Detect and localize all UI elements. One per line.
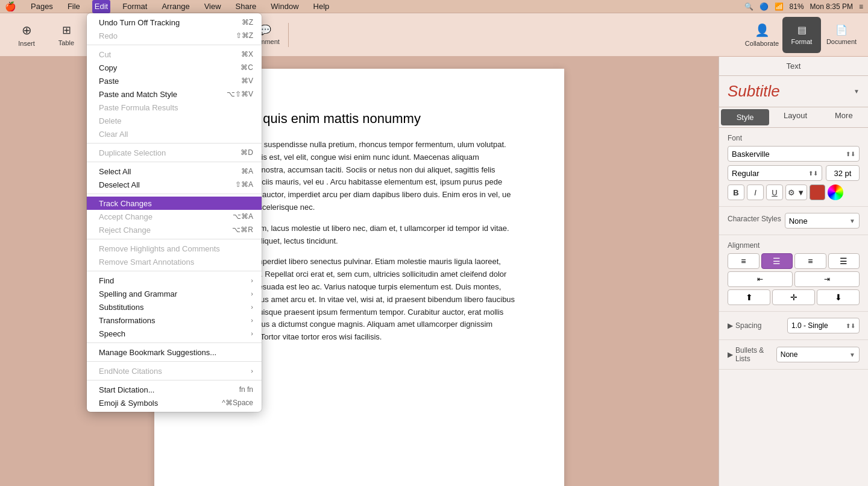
font-family-arrow-icon: ⬆⬇	[846, 151, 855, 157]
menu-separator	[87, 271, 262, 271]
siri-icon[interactable]: 🔵	[760, 2, 769, 11]
menu-item-undo-turn-off-tracking[interactable]: Undo Turn Off Tracking⌘Z	[87, 16, 262, 29]
font-family-selector[interactable]: Baskerville ⬆⬇	[728, 146, 860, 162]
menubar: 🍎 Pages File Edit Format Arrange View Sh…	[0, 0, 868, 13]
character-styles-section: Character Styles None ▼	[719, 207, 868, 235]
align-justify-button[interactable]: ☰	[828, 253, 860, 269]
submenu-arrow-icon: ›	[251, 303, 253, 311]
menu-item-label: Emoji & Symbols	[99, 399, 222, 408]
font-size-input[interactable]: 32 pt	[826, 165, 860, 181]
menu-item-shortcut: ⌥⌘R	[232, 226, 253, 234]
menu-item-label: Transformations	[99, 316, 251, 325]
bullets-selector[interactable]: None ▼	[776, 347, 860, 362]
menu-item-label: Manage Bookmark Suggestions...	[99, 348, 253, 357]
menubar-item-pages[interactable]: Pages	[28, 0, 55, 13]
document-icon: 📄	[835, 24, 848, 36]
valign-middle-button[interactable]: ✛	[772, 289, 815, 305]
indent-left-button[interactable]: ⇤	[728, 271, 793, 287]
apple-logo-icon[interactable]: 🍎	[5, 1, 16, 12]
menu-item-transformations[interactable]: Transformations›	[87, 314, 262, 327]
menu-item-remove-highlights-and-comments: Remove Highlights and Comments	[87, 242, 262, 255]
valign-bottom-button[interactable]: ⬇	[817, 289, 860, 305]
subtitle-dropdown-icon[interactable]: ▼	[854, 88, 860, 95]
valign-top-button[interactable]: ⬆	[728, 289, 770, 305]
toolbar-collaborate-button[interactable]: 👤 Collaborate	[743, 17, 781, 53]
char-styles-selector[interactable]: None ▼	[785, 213, 860, 229]
control-center-icon[interactable]: ≡	[859, 2, 863, 11]
menu-item-shortcut: ⌘X	[241, 50, 253, 58]
menu-item-label: Find	[99, 276, 251, 285]
menubar-item-edit[interactable]: Edit	[92, 0, 110, 13]
bullets-value: None	[781, 350, 798, 359]
menubar-item-window[interactable]: Window	[268, 0, 301, 13]
menu-item-paste-and-match-style[interactable]: Paste and Match Style⌥⇧⌘V	[87, 87, 262, 101]
menu-item-spelling-and-grammar[interactable]: Spelling and Grammar›	[87, 287, 262, 300]
menu-item-track-changes[interactable]: Track Changes	[87, 197, 262, 210]
align-justify-icon: ☰	[840, 256, 848, 266]
tab-more[interactable]: More	[820, 107, 868, 127]
color-wheel-button[interactable]	[828, 185, 843, 200]
menu-item-manage-bookmark-suggestions[interactable]: Manage Bookmark Suggestions...	[87, 346, 262, 359]
bullets-section: ▶ Bullets & Lists None ▼	[719, 340, 868, 370]
menu-item-select-all[interactable]: Select All⌘A	[87, 165, 262, 178]
menubar-item-share[interactable]: Share	[233, 0, 259, 13]
alignment-section: Alignment ≡ ☰ ≡ ☰ ⇤	[719, 235, 868, 312]
bullets-toggle[interactable]: ▶ Bullets & Lists	[728, 346, 776, 363]
menu-item-label: Speech	[99, 329, 251, 338]
align-left-button[interactable]: ≡	[728, 253, 760, 269]
toolbar-document-button[interactable]: 📄 Document	[822, 17, 861, 53]
font-style-selector[interactable]: Regular ⬆⬇	[728, 165, 822, 181]
menu-item-emoji--symbols[interactable]: Emoji & Symbols^⌘Space	[87, 396, 262, 409]
font-size-value: 32 pt	[834, 169, 852, 178]
spacing-arrow-icon: ▶	[728, 321, 733, 330]
menu-item-label: Clear All	[99, 130, 253, 139]
right-panel: Text Subtitle ▼ Style Layout More Font B…	[719, 57, 868, 486]
font-color-swatch[interactable]	[810, 185, 825, 200]
tab-layout[interactable]: Layout	[771, 107, 819, 127]
menubar-item-help[interactable]: Help	[311, 0, 332, 13]
align-center-button[interactable]: ☰	[761, 253, 793, 269]
spacing-selector[interactable]: 1.0 - Single ⬆⬇	[787, 318, 860, 333]
menu-item-remove-smart-annotations: Remove Smart Annotations	[87, 255, 262, 268]
spacing-toggle[interactable]: ▶ Spacing	[728, 321, 761, 330]
indent-right-button[interactable]: ⇥	[794, 271, 860, 287]
toolbar-format-button[interactable]: ▤ Format	[782, 17, 821, 53]
toolbar-insert-button[interactable]: ⊕ Insert	[7, 17, 46, 53]
menu-item-label: Paste	[99, 77, 241, 86]
menu-item-substitutions[interactable]: Substitutions›	[87, 300, 262, 314]
document-label: Document	[826, 38, 857, 45]
battery-indicator: 81%	[790, 2, 804, 11]
bullets-label: Bullets & Lists	[735, 346, 776, 363]
menu-item-start-dictation[interactable]: Start Dictation...fn fn	[87, 383, 262, 396]
menu-item-label: Spelling and Grammar	[99, 289, 251, 298]
menubar-item-format[interactable]: Format	[120, 0, 149, 13]
menubar-item-view[interactable]: View	[202, 0, 224, 13]
align-left-icon: ≡	[741, 256, 746, 266]
italic-button[interactable]: I	[747, 185, 764, 200]
font-family-value: Baskerville	[732, 150, 770, 159]
bold-button[interactable]: B	[728, 185, 744, 200]
align-right-button[interactable]: ≡	[794, 253, 826, 269]
text-options-button[interactable]: ⚙ ▼	[785, 185, 807, 200]
menu-item-speech[interactable]: Speech›	[87, 327, 262, 340]
menu-item-endnote-citations: EndNote Citations›	[87, 364, 262, 377]
menu-item-shortcut: fn fn	[239, 385, 253, 394]
menubar-item-file[interactable]: File	[65, 0, 83, 13]
menubar-item-arrange[interactable]: Arrange	[159, 0, 192, 13]
submenu-arrow-icon: ›	[251, 367, 253, 374]
underline-button[interactable]: U	[766, 185, 783, 200]
menu-item-copy[interactable]: Copy⌘C	[87, 61, 262, 74]
menu-item-accept-change: Accept Change⌥⌘A	[87, 210, 262, 223]
toolbar-table-button[interactable]: ⊞ Table	[47, 17, 86, 53]
menu-item-reject-change: Reject Change⌥⌘R	[87, 223, 262, 236]
table-icon: ⊞	[62, 24, 71, 37]
menu-item-paste[interactable]: Paste⌘V	[87, 74, 262, 87]
tab-style[interactable]: Style	[721, 109, 769, 125]
spotlight-icon[interactable]: 🔍	[744, 2, 753, 11]
menu-item-find[interactable]: Find›	[87, 274, 262, 287]
menu-item-deselect-all[interactable]: Deselect All⇧⌘A	[87, 178, 262, 191]
spacing-value: 1.0 - Single	[791, 321, 828, 330]
font-label: Font	[728, 134, 860, 142]
menu-separator	[87, 143, 262, 144]
panel-header: Text	[719, 57, 868, 76]
